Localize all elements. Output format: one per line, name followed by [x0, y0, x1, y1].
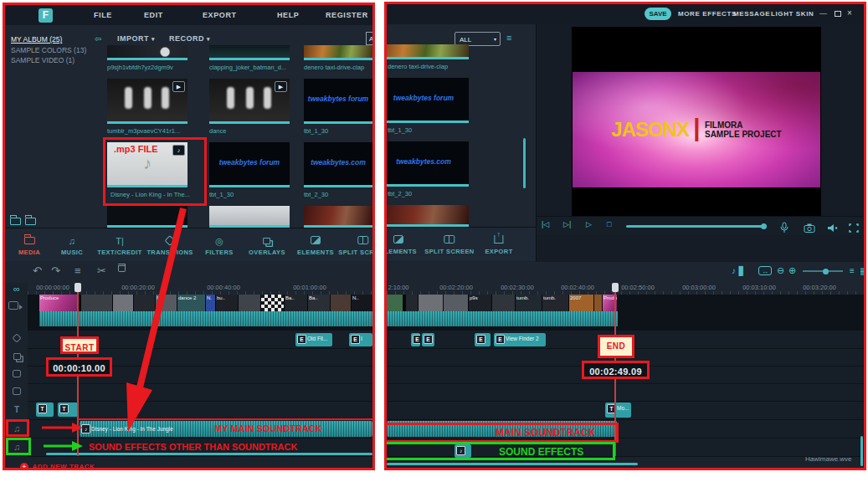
- track-list-icon[interactable]: ≡: [850, 266, 855, 275]
- tab-overlays[interactable]: OVERLAYS: [249, 233, 285, 256]
- media-thumb[interactable]: [304, 206, 372, 228]
- previous-frame-icon[interactable]: |◁: [542, 220, 549, 228]
- tab-text-credit[interactable]: T| TEXT/CREDIT: [97, 233, 142, 256]
- tab-media[interactable]: MEDIA: [18, 233, 40, 256]
- menu-export[interactable]: EXPORT: [203, 11, 237, 19]
- add-new-track-button[interactable]: + ADD NEW TRACK: [20, 459, 95, 470]
- playhead-handle[interactable]: [74, 283, 81, 292]
- scissors-icon[interactable]: ✂: [97, 264, 106, 277]
- video-clip[interactable]: [239, 295, 261, 311]
- media-thumb[interactable]: [107, 45, 187, 60]
- save-button[interactable]: SAVE: [645, 8, 671, 20]
- video-clip[interactable]: 2007: [569, 295, 594, 311]
- sidebar-item-sample-colors[interactable]: SAMPLE COLORS (13): [11, 46, 86, 54]
- video-clip[interactable]: [594, 295, 603, 311]
- menu-register[interactable]: REGISTER: [326, 11, 368, 19]
- tab-music[interactable]: ♫ MUSIC: [61, 233, 83, 256]
- media-thumb[interactable]: tweakbytes forum: [384, 78, 469, 123]
- media-thumb[interactable]: [304, 45, 372, 60]
- effect-clip[interactable]: EI: [349, 333, 372, 346]
- sidebar-item-my-album[interactable]: MY ALBUM (25): [11, 35, 62, 44]
- stop-icon[interactable]: □: [607, 220, 611, 228]
- video-clip[interactable]: Ba..: [308, 295, 331, 311]
- record-button[interactable]: RECORD ▾: [169, 34, 210, 43]
- tab-elements[interactable]: ELEMENTS: [297, 233, 334, 256]
- microphone-icon[interactable]: [779, 219, 789, 234]
- video-clip[interactable]: N..: [352, 295, 372, 311]
- media-thumb[interactable]: [209, 206, 290, 228]
- effect-clip[interactable]: E: [411, 333, 420, 346]
- close-button[interactable]: ×: [847, 8, 852, 18]
- video-clip[interactable]: [406, 295, 419, 311]
- zoom-in-icon[interactable]: ⊕: [788, 265, 796, 276]
- light-skin-button[interactable]: LIGHT SKIN: [771, 10, 814, 18]
- menu-help[interactable]: HELP: [277, 11, 299, 19]
- media-thumb[interactable]: tweakbytes.com: [384, 141, 469, 187]
- video-clip[interactable]: N..: [156, 295, 177, 311]
- volume-icon[interactable]: [827, 220, 839, 235]
- zoom-slider-knob[interactable]: [823, 269, 829, 274]
- media-thumb[interactable]: ▶: [107, 79, 187, 124]
- media-thumb[interactable]: [384, 44, 469, 59]
- menu-file[interactable]: FILE: [94, 11, 112, 19]
- maximize-button[interactable]: [835, 11, 841, 17]
- message-button[interactable]: MESSAGE: [733, 10, 770, 18]
- media-thumb[interactable]: tweakbytes forum: [304, 79, 372, 124]
- minimize-button[interactable]: —: [819, 9, 827, 18]
- tab-split-screen[interactable]: SPLIT SCREEN: [424, 232, 474, 255]
- playhead-handle[interactable]: [612, 283, 619, 292]
- collapse-sidebar-icon[interactable]: ⇦: [95, 34, 101, 44]
- tab-split-screen[interactable]: SPLIT SCREEN: [338, 233, 375, 256]
- text-clip[interactable]: TM...: [36, 403, 54, 417]
- video-clip[interactable]: [419, 295, 444, 311]
- pip-track-icon[interactable]: [8, 387, 26, 397]
- media-thumb[interactable]: [107, 206, 187, 228]
- video-clip[interactable]: tumb.: [516, 295, 542, 311]
- fit-timeline-icon[interactable]: ↔: [758, 266, 772, 275]
- effect-clip[interactable]: ES: [422, 333, 434, 346]
- video-track-waveform[interactable]: [39, 311, 372, 326]
- video-clip[interactable]: Ba..: [285, 295, 308, 311]
- snapshot-camera-icon[interactable]: [804, 220, 815, 235]
- list-view-icon[interactable]: ≡: [506, 33, 511, 43]
- tab-export[interactable]: EXPORT: [485, 232, 512, 255]
- video-clip[interactable]: dance 2: [177, 295, 206, 311]
- zoom-out-icon[interactable]: ⊖: [777, 265, 784, 276]
- fullscreen-icon[interactable]: [849, 220, 859, 235]
- video-clip[interactable]: [261, 295, 285, 311]
- text-clip[interactable]: TMo...: [605, 403, 631, 418]
- text-track-icon[interactable]: T: [8, 405, 26, 414]
- tab-elements[interactable]: ELEMENTS: [384, 232, 417, 255]
- video-clip[interactable]: bu..: [216, 295, 239, 311]
- video-clip[interactable]: tumb.: [542, 295, 569, 311]
- video-clip[interactable]: [113, 295, 134, 311]
- redo-icon[interactable]: ↷: [51, 264, 60, 277]
- video-clip[interactable]: N.: [206, 295, 216, 311]
- pip-track-icon[interactable]: [8, 369, 26, 379]
- video-clip[interactable]: [387, 295, 403, 311]
- next-frame-icon[interactable]: ▷|: [563, 220, 571, 228]
- sidebar-item-sample-video[interactable]: SAMPLE VIDEO (1): [11, 56, 74, 64]
- video-clip[interactable]: p9s: [469, 295, 492, 311]
- video-track-icon[interactable]: [8, 301, 26, 311]
- text-clip[interactable]: TH...: [58, 403, 78, 417]
- video-clip[interactable]: [134, 295, 156, 311]
- effect-clip[interactable]: EOld Fil...: [295, 333, 332, 346]
- seek-slider-knob[interactable]: [761, 223, 767, 229]
- trash-icon[interactable]: [118, 264, 126, 274]
- horizontal-scrollbar[interactable]: [387, 463, 638, 465]
- play-icon[interactable]: ▷: [586, 220, 592, 228]
- add-folder-icon[interactable]: [10, 218, 21, 227]
- video-clip[interactable]: [444, 295, 469, 311]
- video-clip[interactable]: [331, 295, 352, 311]
- horizontal-scrollbar[interactable]: [46, 453, 372, 455]
- seek-slider[interactable]: [626, 225, 764, 228]
- more-effects-button[interactable]: MORE EFFECTS: [678, 10, 737, 18]
- link-clips-icon[interactable]: ∞: [8, 284, 26, 294]
- delete-folder-icon[interactable]: [25, 218, 36, 227]
- menu-edit[interactable]: EDIT: [144, 11, 163, 19]
- filter-dropdown-cut[interactable]: A: [366, 32, 375, 45]
- overlay-track-icon[interactable]: [8, 351, 26, 362]
- vertical-scrollbar[interactable]: [523, 138, 526, 188]
- video-track-waveform[interactable]: [387, 311, 618, 326]
